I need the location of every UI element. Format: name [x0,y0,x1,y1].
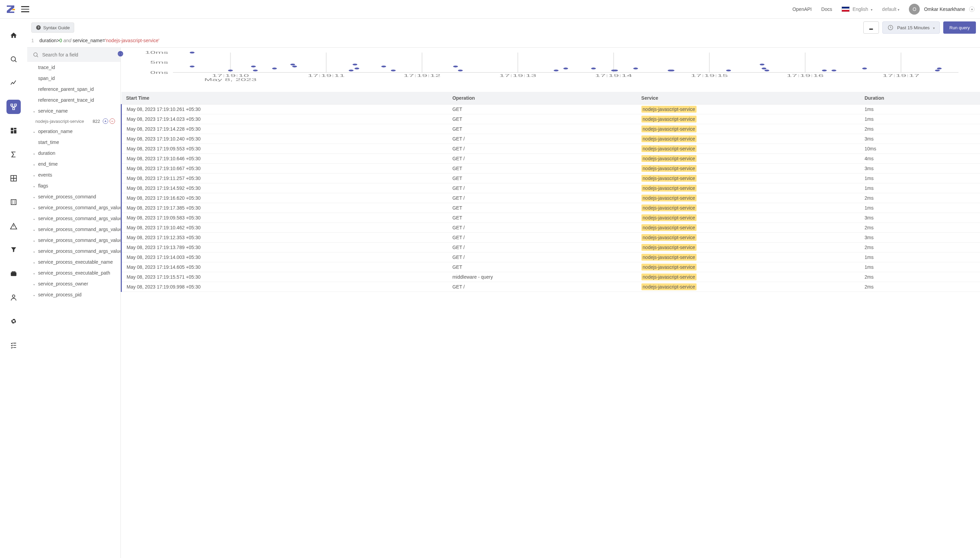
field-item[interactable]: ⌄service_process_command_args_value… [27,213,120,224]
table-row[interactable]: May 08, 2023 17:19:10.240 +05:30 GET / n… [121,134,980,144]
sidebar-sigma[interactable] [7,147,21,162]
table-row[interactable]: May 08, 2023 17:19:13.789 +05:30 GET / n… [121,243,980,253]
duration-scatter-chart[interactable]: 0ms5ms10ms17:19:1017:19:1117:19:1217:19:… [121,48,980,92]
field-item[interactable]: ⌄service_process_command_args_value… [27,224,120,235]
table-row[interactable]: May 08, 2023 17:19:10.667 +05:30 GET nod… [121,164,980,174]
field-item[interactable]: reference_parent_trace_id [27,95,120,105]
sidebar-grid[interactable] [7,171,21,185]
logo[interactable] [5,4,16,14]
sidebar-home[interactable] [7,28,21,43]
cell-operation: GET [448,262,636,272]
docs-link[interactable]: Docs [821,7,832,12]
column-header[interactable]: Start Time [121,92,448,105]
field-item[interactable]: ⌄service_process_pid [27,289,120,300]
table-row[interactable]: May 08, 2023 17:19:10.646 +05:30 GET / n… [121,154,980,164]
svg-point-48 [355,68,359,69]
chevron-down-icon: ⌄ [33,184,35,188]
cell-time: May 08, 2023 17:19:10.462 +05:30 [121,223,448,233]
panel-drag-handle[interactable]: ⋮⋮ [118,51,123,56]
cell-duration: 1ms [860,262,980,272]
table-row[interactable]: May 08, 2023 17:19:14.592 +05:30 GET / n… [121,184,980,193]
sidebar-search[interactable] [7,52,21,66]
field-item[interactable]: trace_id [27,62,120,73]
column-header[interactable]: Operation [448,92,636,105]
field-item[interactable]: reference_parent_span_id [27,84,120,95]
field-item[interactable]: ⌄operation_name [27,126,120,137]
svg-rect-7 [11,131,13,133]
language-selector[interactable]: English [842,7,872,12]
field-item[interactable]: ⌄service_process_command [27,191,120,202]
remove-filter-button[interactable]: − [110,118,115,124]
sidebar-metrics[interactable] [7,76,21,90]
table-row[interactable]: May 08, 2023 17:19:09.583 +05:30 GET nod… [121,213,980,223]
cell-operation: GET / [448,134,636,144]
field-item[interactable]: ⌄service_process_owner [27,278,120,289]
cell-time: May 08, 2023 17:19:14.228 +05:30 [121,124,448,134]
time-range-button[interactable]: Past 15 Minutes [882,21,940,34]
table-row[interactable]: May 08, 2023 17:19:15.571 +05:30 middlew… [121,272,980,282]
column-header[interactable]: Service [637,92,860,105]
table-row[interactable]: May 08, 2023 17:19:09.998 +05:30 GET / n… [121,282,980,292]
svg-point-66 [832,69,836,71]
field-item[interactable]: ⌄service_process_command_args_value… [27,246,120,256]
field-item[interactable]: ⌄service_name [27,105,120,117]
add-filter-button[interactable]: + [103,118,108,124]
cell-duration: 2ms [860,243,980,253]
svg-point-0 [11,57,16,61]
field-item[interactable]: ⌄events [27,169,120,181]
svg-point-45 [292,66,297,67]
cell-time: May 08, 2023 17:19:14.003 +05:30 [121,253,448,262]
table-row[interactable]: May 08, 2023 17:19:14.003 +05:30 GET / n… [121,253,980,262]
sidebar-dashboard[interactable] [7,123,21,138]
cell-service: nodejs-javascript-service [637,154,860,164]
table-row[interactable]: May 08, 2023 17:19:11.257 +05:30 GET nod… [121,174,980,184]
sidebar-tasks[interactable] [7,338,21,352]
cell-operation: GET / [448,223,636,233]
query-editor[interactable]: 1 duration>0 and service_name='nodejs-ja… [27,36,980,47]
field-search-input[interactable] [42,52,115,57]
sidebar-billing[interactable] [7,266,21,281]
cell-time: May 08, 2023 17:19:09.553 +05:30 [121,144,448,154]
openapi-link[interactable]: OpenAPI [793,7,812,12]
table-row[interactable]: May 08, 2023 17:19:10.462 +05:30 GET / n… [121,223,980,233]
table-row[interactable]: May 08, 2023 17:19:09.553 +05:30 GET / n… [121,144,980,154]
cell-time: May 08, 2023 17:19:09.998 +05:30 [121,282,448,292]
field-item[interactable]: ⌄service_process_command_args_value… [27,235,120,246]
svg-text:17:19:17: 17:19:17 [882,74,919,77]
field-item[interactable]: ⌄service_process_executable_name [27,256,120,268]
field-item[interactable]: ⌄end_time [27,159,120,169]
cell-operation: GET [448,164,636,174]
column-header[interactable]: Duration [860,92,980,105]
sidebar-filter[interactable] [7,243,21,257]
table-row[interactable]: May 08, 2023 17:19:12.353 +05:30 GET / n… [121,233,980,243]
field-item[interactable]: span_id [27,73,120,84]
user-menu[interactable]: O Omkar Kesarkhane [909,4,975,15]
org-dropdown[interactable]: default [882,7,900,12]
table-row[interactable]: May 08, 2023 17:19:14.228 +05:30 GET nod… [121,124,980,134]
run-query-button[interactable]: Run query [943,21,976,34]
sidebar-alerts[interactable] [7,219,21,233]
svg-rect-5 [14,128,16,130]
table-row[interactable]: May 08, 2023 17:19:17.385 +05:30 GET nod… [121,203,980,213]
field-value-row[interactable]: nodejs-javascript-service 822 + − [27,117,120,126]
svg-text:10ms: 10ms [145,51,168,54]
field-item[interactable]: ⌄service_process_executable_path [27,268,120,278]
syntax-guide-button[interactable]: ? Syntax Guide [31,23,74,33]
table-row[interactable]: May 08, 2023 17:19:14.605 +05:30 GET nod… [121,262,980,272]
sidebar-building[interactable] [7,195,21,209]
table-row[interactable]: May 08, 2023 17:19:14.023 +05:30 GET nod… [121,114,980,124]
download-button[interactable] [863,21,879,34]
sidebar-traces[interactable] [7,100,21,114]
line-number: 1 [31,38,34,43]
cell-service: nodejs-javascript-service [637,272,860,282]
table-row[interactable]: May 08, 2023 17:19:10.261 +05:30 GET nod… [121,105,980,114]
field-item[interactable]: ⌄duration [27,148,120,159]
field-item[interactable]: ⌄service_process_command_args_value… [27,202,120,213]
menu-toggle[interactable] [21,6,29,12]
svg-text:17:19:15: 17:19:15 [691,74,728,77]
table-row[interactable]: May 08, 2023 17:19:16.620 +05:30 GET / n… [121,193,980,203]
field-item[interactable]: start_time [27,137,120,148]
sidebar-user[interactable] [7,290,21,305]
field-item[interactable]: ⌄flags [27,181,120,191]
sidebar-slack[interactable] [7,314,21,328]
